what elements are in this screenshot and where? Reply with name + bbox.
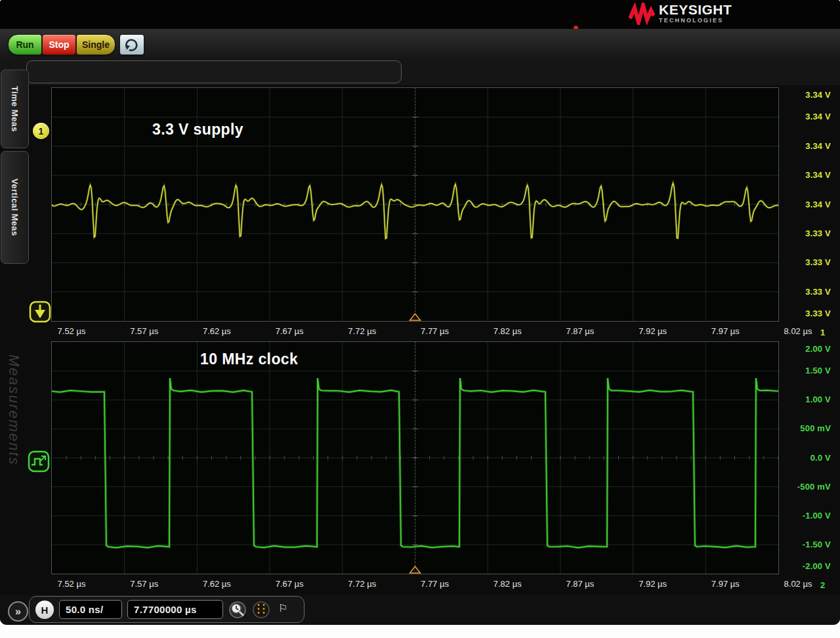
plot-title-supply: 3.3 V supply [152,121,243,138]
x-axis-label: 7.62 µs [203,579,231,589]
oscilloscope-page: KEYSIGHT TECHNOLOGIES Run Stop Single 10… [0,0,840,638]
screenshot-button[interactable] [119,34,144,55]
x-axis-label: 7.77 µs [421,326,449,336]
channel1-badge[interactable]: 1 [33,123,49,139]
tab-time-meas[interactable]: Time Meas [1,70,29,148]
y-axis-label: 3.33 V [782,308,831,318]
y-axis-label: 3.34 V [782,112,831,121]
y-axis-label: 3.33 V [782,228,831,238]
plot-title-clock: 10 MHz clock [200,351,298,368]
clock-plot[interactable]: 10 MHz clock [51,341,779,574]
supply-plot[interactable]: 3.3 V supply [51,87,779,322]
search-time-button[interactable] [228,601,247,619]
y-axis-label: 500 mV [782,423,831,433]
y-axis-label: 3.34 V [782,140,831,150]
x-axis-label: 7.87 µs [566,579,594,589]
y-axis-label: -1.50 V [782,539,831,549]
y-axis-label: 3.34 V [782,199,831,209]
x-axis-label: 7.57 µs [130,579,158,589]
ch2-ground-marker[interactable] [28,450,50,473]
single-button[interactable]: Single [76,34,116,55]
axis-channel-badge-2: 2 [820,580,825,590]
x-axis-label: 7.82 µs [494,326,522,336]
x-axis-label: 7.67 µs [276,579,304,589]
magnifier-clock-icon [228,601,247,619]
brand-name: KEYSIGHT [659,3,732,17]
x-axis-label: 8.02 µs [784,326,812,336]
x-axis-label: 7.52 µs [58,579,86,589]
x-axis-label: 7.72 µs [348,326,376,336]
tab-vertical-meas[interactable]: Vertical Meas [1,151,29,264]
x-axis-label: 7.77 µs [421,579,449,589]
y-axis-label: 2.00 V [782,344,831,354]
y-axis-label: 3.33 V [782,286,831,296]
x-axis-label: 7.67 µs [276,326,304,336]
cursors-button[interactable] [252,601,270,619]
horizontal-bar: » H 50.0 ns/ 7.7700000 µs ⚐ [0,595,840,625]
x-axis-label: 7.92 µs [639,579,667,589]
top-bar: KEYSIGHT TECHNOLOGIES [0,0,840,30]
time-position-field[interactable]: 7.7700000 µs [127,600,223,619]
x-axis-label: 7.72 µs [348,579,376,589]
x-axis-label: 7.97 µs [711,579,740,589]
arrow-down-icon [29,301,51,323]
y-axis-label: 3.33 V [782,257,831,267]
y-axis-label: 1.50 V [782,366,831,375]
y-axis-label: -1.00 V [782,510,831,520]
channel-group-outline [26,60,402,83]
x-axis-label: 7.82 µs [494,579,522,589]
horizontal-badge[interactable]: H [35,601,54,619]
ch1-offset-marker[interactable] [29,301,51,323]
stop-button[interactable]: Stop [42,34,76,55]
ground-level-icon [28,450,50,473]
y-axis-label: 3.34 V [782,170,831,180]
clock-plot-canvas [52,342,778,574]
axis-channel-badge-1: 1 [820,328,825,337]
x-axis-label: 7.62 µs [203,326,231,336]
x-axis-label: 8.02 µs [784,579,812,589]
brand-subtitle: TECHNOLOGIES [659,17,732,24]
capture-arrow-icon [124,38,140,51]
y-axis-label: -2.00 V [782,561,831,571]
keysight-zigzag-icon [629,3,655,25]
y-axis-label: -500 mV [782,481,831,491]
trigger-time-marker [410,314,421,320]
x-axis-label: 7.97 µs [711,326,740,336]
keysight-logo: KEYSIGHT TECHNOLOGIES [629,3,732,25]
channel-bar: 1 50Ω 2.00 mV/ 3.34 V 2 50Ω 500 mV/ 0.0 … [0,59,840,85]
y-axis-label: 1.00 V [782,394,831,404]
trigger-time-marker [410,566,421,573]
x-axis-label: 7.57 µs [130,326,158,336]
x-axis-label: 7.52 µs [58,326,86,336]
measurements-watermark: Measurements [5,354,22,466]
y-axis-label: 0.0 V [782,452,831,462]
run-button[interactable]: Run [8,34,42,55]
timebase-field[interactable]: 50.0 ns/ [59,600,122,619]
x-axis-label: 7.87 µs [566,326,594,336]
y-axis-label: 3.34 V [782,90,831,100]
hbar-flag-icon[interactable]: ⚐ [278,603,287,614]
dashed-cursors-icon [252,601,270,619]
x-axis-label: 7.92 µs [639,326,667,336]
panel-expand-button[interactable]: » [8,601,28,622]
oscilloscope-screen: KEYSIGHT TECHNOLOGIES Run Stop Single 10… [0,0,840,625]
acquisition-toolbar: Run Stop Single 10.0 GSa/s 5.00 kpts 4.2… [0,29,840,60]
